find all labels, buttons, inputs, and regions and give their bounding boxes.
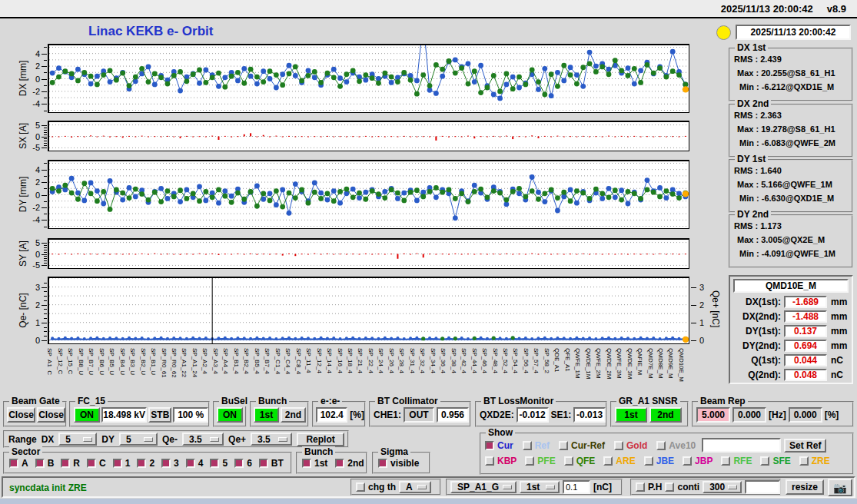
bunch-2nd-checkbox[interactable]	[335, 459, 344, 468]
range-dy-dropdown[interactable]: 5	[119, 433, 158, 446]
sector-6-checkbox[interactable]	[234, 459, 244, 468]
monitor-row-label: Q(1st):	[733, 355, 781, 366]
sector-a-checkbox[interactable]	[9, 459, 18, 468]
sp-dropdown[interactable]: SP_A1_G	[450, 481, 517, 493]
axis-tick	[44, 256, 47, 257]
gr-a1-1st-button[interactable]: 1st	[615, 407, 647, 423]
range-dx-dropdown[interactable]: 5	[58, 433, 97, 446]
sector-b-checkbox[interactable]	[35, 459, 45, 468]
threshold-input[interactable]	[563, 480, 590, 494]
sector-5-checkbox[interactable]	[210, 459, 219, 468]
show-jbe-checkbox[interactable]	[644, 456, 653, 466]
sector-2-checkbox[interactable]	[137, 459, 146, 468]
ph-checkbox[interactable]	[636, 482, 645, 492]
axis-tick	[691, 287, 696, 288]
axis-tick	[44, 283, 47, 284]
axis-tick	[42, 287, 47, 288]
beam-rep-hz-unit: [Hz]	[769, 410, 786, 420]
dy-plot-svg	[49, 161, 689, 228]
show-sfe-checkbox[interactable]	[760, 456, 769, 466]
range-qep-dropdown[interactable]: 3.5	[251, 433, 292, 446]
show-are-checkbox[interactable]	[603, 456, 613, 466]
fc15-on-button[interactable]: ON	[74, 407, 100, 423]
dx-plot-svg	[49, 45, 689, 112]
sector-4-checkbox[interactable]	[186, 459, 195, 468]
bunch-2nd-button[interactable]: 2nd	[281, 407, 306, 423]
busel-on-button[interactable]: ON	[217, 407, 243, 423]
bt-lossmonitor-group: BT LossMonitor QXD2E: -0.012 SE1: -0.013	[475, 401, 607, 427]
x-axis-label: SP_36_4	[440, 348, 447, 373]
resize-button[interactable]: resize	[786, 479, 824, 495]
show-ref-checkbox[interactable]	[523, 441, 532, 450]
beam-gate-close-button-1[interactable]: Close	[7, 407, 35, 423]
x-axis-label: SP_14_4	[326, 348, 333, 373]
points-dropdown[interactable]: 300	[703, 481, 742, 493]
dy1-min: Min : -6.630@QXD1E_M	[734, 191, 852, 205]
axis-tick	[44, 176, 47, 177]
show-pfe-checkbox[interactable]	[525, 456, 534, 466]
show-ave10-checkbox[interactable]	[656, 441, 666, 450]
sector-bt-checkbox[interactable]	[259, 459, 268, 468]
axis-tick	[44, 300, 47, 301]
show-zre-checkbox[interactable]	[799, 456, 809, 466]
show-jbp-checkbox[interactable]	[683, 456, 692, 466]
chg-th-checkbox[interactable]	[356, 482, 365, 492]
show-cur-checkbox[interactable]	[485, 441, 494, 450]
group-title: BT LossMonitor	[481, 396, 556, 406]
sector-r-checkbox[interactable]	[61, 459, 70, 468]
sigma-visible-checkbox[interactable]	[378, 459, 387, 468]
sector-1-checkbox[interactable]	[113, 459, 122, 468]
bunch-1st-checkbox[interactable]	[302, 459, 311, 468]
show-ave10-label: Ave10	[669, 440, 696, 451]
x-axis-label: QWFE_3M	[616, 348, 623, 379]
fc15-stb-button[interactable]: STB	[148, 407, 171, 423]
y-tick-label: 3	[25, 283, 40, 292]
show-gold-checkbox[interactable]	[614, 441, 623, 450]
qxd2e-value: -0.012	[517, 407, 549, 423]
set-ref-button[interactable]: Set Ref	[784, 439, 826, 453]
show-cur-ref-checkbox[interactable]	[559, 441, 568, 450]
monitor-value-row: DY(2nd):0.694mm	[733, 338, 849, 353]
fc15-kv-value: 18.498 kV	[101, 407, 148, 423]
axis-tick	[42, 148, 47, 148]
monitor-value-row: DX(2nd):-1.488mm	[733, 309, 849, 323]
group-title: Sigma	[378, 446, 410, 457]
x-axis-labels: SP_A1_CSP_12_CSP_15_CSP_B8_USP_B7_USP_B6…	[48, 347, 689, 393]
dy2-max: Max : 3.005@QX2E_M	[734, 233, 852, 247]
show-rfe-label: RFE	[733, 456, 752, 466]
dx-chart: DX [mm]420-2-4	[0, 44, 738, 113]
camera-icon[interactable]: 📷	[828, 479, 852, 496]
range-qem-dropdown[interactable]: 3.5	[182, 433, 224, 446]
ref-name-input[interactable]	[702, 438, 781, 453]
x-axis-label: SP_B5_U	[108, 348, 115, 375]
x-axis-label: SP_B5_4	[254, 348, 261, 374]
monitor-row-label: DY(1st):	[733, 326, 781, 337]
bunch-dropdown[interactable]: 1st	[520, 481, 560, 493]
show-rfe-checkbox[interactable]	[721, 456, 730, 466]
monitor-row-value: 0.137	[784, 325, 827, 337]
dx2-rms: RMS : 2.363	[734, 108, 852, 122]
chg-th-dropdown[interactable]: A	[399, 481, 431, 493]
sector-1-label: 1	[125, 458, 131, 469]
conti-checkbox[interactable]	[665, 482, 674, 492]
beam-gate-close-button-2[interactable]: Close	[37, 407, 65, 423]
x-axis-label: SP_12_C	[57, 348, 64, 374]
y-tick-label: 4	[25, 49, 40, 58]
monitor-value-row: Q(2nd):0.048nC	[733, 367, 849, 382]
extra-input[interactable]	[745, 480, 780, 494]
group-title: Bunch	[256, 396, 289, 406]
monitor-row-label: DX(2nd):	[733, 311, 781, 322]
x-axis-label: SP_A4_4	[222, 348, 229, 374]
bunch-2nd-label: 2nd	[347, 458, 364, 469]
monitor-row-unit: mm	[831, 340, 847, 351]
sector-3-checkbox[interactable]	[161, 459, 171, 468]
beam-rep-hz-value: 0.000	[732, 407, 766, 423]
bunch-1st-button[interactable]: 1st	[254, 407, 279, 423]
show-kbp-checkbox[interactable]	[485, 456, 494, 466]
window-titlebar: 2025/11/13 20:00:42 v8.9	[0, 0, 857, 17]
gr-a1-2nd-button[interactable]: 2nd	[649, 407, 682, 423]
sector-c-checkbox[interactable]	[87, 459, 96, 468]
show-qfe-checkbox[interactable]	[564, 456, 573, 466]
replot-button[interactable]: Replot	[297, 433, 344, 446]
x-axis-label: SP_B8_U	[78, 348, 85, 375]
